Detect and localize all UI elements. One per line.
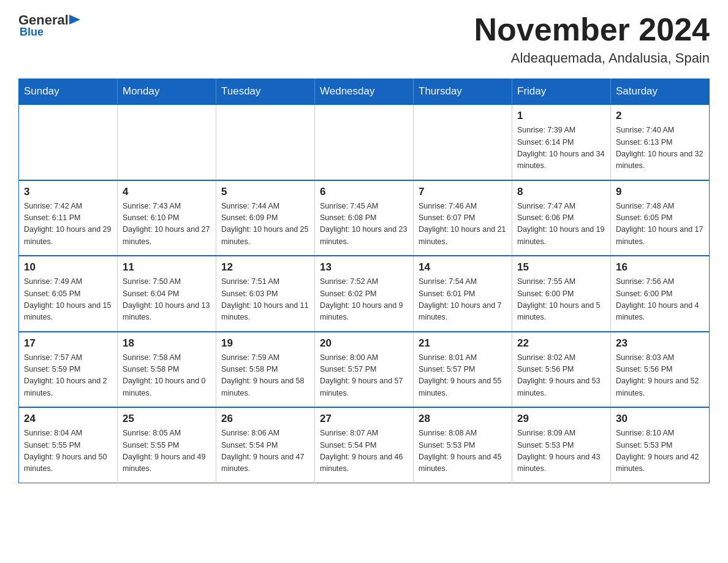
calendar-header-row: SundayMondayTuesdayWednesdayThursdayFrid… bbox=[19, 79, 710, 105]
calendar-cell: 26Sunrise: 8:06 AM Sunset: 5:54 PM Dayli… bbox=[216, 407, 315, 483]
day-info: Sunrise: 8:02 AM Sunset: 5:56 PM Dayligh… bbox=[517, 352, 605, 400]
day-number: 3 bbox=[24, 186, 112, 198]
day-number: 2 bbox=[616, 110, 704, 122]
day-header-sunday: Sunday bbox=[19, 79, 118, 105]
day-number: 27 bbox=[320, 413, 408, 425]
day-info: Sunrise: 8:04 AM Sunset: 5:55 PM Dayligh… bbox=[24, 427, 112, 475]
svg-marker-0 bbox=[69, 15, 80, 25]
day-info: Sunrise: 7:44 AM Sunset: 6:09 PM Dayligh… bbox=[221, 201, 309, 248]
calendar-cell: 30Sunrise: 8:10 AM Sunset: 5:53 PM Dayli… bbox=[611, 407, 710, 483]
location-title: Aldeaquemada, Andalusia, Spain bbox=[474, 50, 710, 66]
calendar-cell: 11Sunrise: 7:50 AM Sunset: 6:04 PM Dayli… bbox=[118, 256, 216, 332]
calendar-cell: 20Sunrise: 8:00 AM Sunset: 5:57 PM Dayli… bbox=[315, 332, 414, 408]
logo-triangle-icon bbox=[69, 15, 80, 26]
day-info: Sunrise: 8:08 AM Sunset: 5:53 PM Dayligh… bbox=[419, 427, 507, 475]
calendar-cell: 28Sunrise: 8:08 AM Sunset: 5:53 PM Dayli… bbox=[414, 407, 512, 483]
day-number: 6 bbox=[320, 186, 408, 198]
calendar-week-row: 17Sunrise: 7:57 AM Sunset: 5:59 PM Dayli… bbox=[19, 332, 710, 408]
day-number: 1 bbox=[517, 110, 605, 122]
calendar-cell bbox=[414, 104, 512, 180]
day-header-saturday: Saturday bbox=[611, 79, 710, 105]
calendar-cell: 15Sunrise: 7:55 AM Sunset: 6:00 PM Dayli… bbox=[512, 256, 611, 332]
calendar-cell bbox=[216, 104, 315, 180]
day-number: 9 bbox=[616, 186, 704, 198]
day-info: Sunrise: 7:50 AM Sunset: 6:04 PM Dayligh… bbox=[123, 276, 211, 324]
day-number: 26 bbox=[221, 413, 309, 425]
calendar-cell: 23Sunrise: 8:03 AM Sunset: 5:56 PM Dayli… bbox=[611, 332, 710, 408]
day-number: 12 bbox=[221, 261, 309, 274]
day-number: 22 bbox=[517, 337, 605, 350]
day-info: Sunrise: 8:03 AM Sunset: 5:56 PM Dayligh… bbox=[616, 352, 704, 400]
day-info: Sunrise: 7:55 AM Sunset: 6:00 PM Dayligh… bbox=[517, 276, 605, 324]
calendar-cell: 8Sunrise: 7:47 AM Sunset: 6:06 PM Daylig… bbox=[512, 180, 611, 256]
day-info: Sunrise: 7:40 AM Sunset: 6:13 PM Dayligh… bbox=[616, 124, 704, 172]
day-info: Sunrise: 8:09 AM Sunset: 5:53 PM Dayligh… bbox=[517, 427, 605, 475]
day-info: Sunrise: 8:06 AM Sunset: 5:54 PM Dayligh… bbox=[221, 427, 309, 475]
calendar-cell bbox=[315, 104, 414, 180]
day-info: Sunrise: 7:57 AM Sunset: 5:59 PM Dayligh… bbox=[24, 352, 112, 400]
day-header-wednesday: Wednesday bbox=[315, 79, 414, 105]
logo-blue-text: Blue bbox=[20, 26, 44, 39]
calendar-cell: 21Sunrise: 8:01 AM Sunset: 5:57 PM Dayli… bbox=[414, 332, 512, 408]
calendar-cell: 17Sunrise: 7:57 AM Sunset: 5:59 PM Dayli… bbox=[19, 332, 118, 408]
day-info: Sunrise: 7:42 AM Sunset: 6:11 PM Dayligh… bbox=[24, 201, 112, 248]
calendar-cell: 16Sunrise: 7:56 AM Sunset: 6:00 PM Dayli… bbox=[611, 256, 710, 332]
calendar-cell bbox=[118, 104, 216, 180]
day-header-thursday: Thursday bbox=[414, 79, 512, 105]
day-info: Sunrise: 7:56 AM Sunset: 6:00 PM Dayligh… bbox=[616, 276, 704, 324]
calendar-cell: 6Sunrise: 7:45 AM Sunset: 6:08 PM Daylig… bbox=[315, 180, 414, 256]
month-title: November 2024 bbox=[474, 12, 710, 47]
day-number: 18 bbox=[123, 337, 211, 350]
calendar-cell: 9Sunrise: 7:48 AM Sunset: 6:05 PM Daylig… bbox=[611, 180, 710, 256]
calendar-cell: 5Sunrise: 7:44 AM Sunset: 6:09 PM Daylig… bbox=[216, 180, 315, 256]
calendar-table: SundayMondayTuesdayWednesdayThursdayFrid… bbox=[18, 79, 710, 483]
day-number: 17 bbox=[24, 337, 112, 350]
calendar-week-row: 3Sunrise: 7:42 AM Sunset: 6:11 PM Daylig… bbox=[19, 180, 710, 256]
logo: General Blue bbox=[18, 12, 81, 39]
day-info: Sunrise: 7:59 AM Sunset: 5:58 PM Dayligh… bbox=[221, 352, 309, 400]
calendar-week-row: 10Sunrise: 7:49 AM Sunset: 6:05 PM Dayli… bbox=[19, 256, 710, 332]
day-header-monday: Monday bbox=[118, 79, 216, 105]
day-number: 13 bbox=[320, 261, 408, 274]
day-number: 14 bbox=[419, 261, 507, 274]
calendar-cell: 1Sunrise: 7:39 AM Sunset: 6:14 PM Daylig… bbox=[512, 104, 611, 180]
title-section: November 2024 Aldeaquemada, Andalusia, S… bbox=[474, 12, 710, 66]
calendar-cell: 24Sunrise: 8:04 AM Sunset: 5:55 PM Dayli… bbox=[19, 407, 118, 483]
day-info: Sunrise: 7:58 AM Sunset: 5:58 PM Dayligh… bbox=[123, 352, 211, 400]
day-number: 10 bbox=[24, 261, 112, 274]
calendar-cell: 4Sunrise: 7:43 AM Sunset: 6:10 PM Daylig… bbox=[118, 180, 216, 256]
day-info: Sunrise: 8:00 AM Sunset: 5:57 PM Dayligh… bbox=[320, 352, 408, 400]
calendar-cell: 14Sunrise: 7:54 AM Sunset: 6:01 PM Dayli… bbox=[414, 256, 512, 332]
day-number: 30 bbox=[616, 413, 704, 425]
page-header: General Blue November 2024 Aldeaquemada,… bbox=[18, 12, 710, 66]
day-info: Sunrise: 7:43 AM Sunset: 6:10 PM Dayligh… bbox=[123, 201, 211, 248]
day-number: 24 bbox=[24, 413, 112, 425]
day-number: 29 bbox=[517, 413, 605, 425]
day-header-tuesday: Tuesday bbox=[216, 79, 315, 105]
calendar-week-row: 1Sunrise: 7:39 AM Sunset: 6:14 PM Daylig… bbox=[19, 104, 710, 180]
day-number: 11 bbox=[123, 261, 211, 274]
day-number: 16 bbox=[616, 261, 704, 274]
calendar-cell: 19Sunrise: 7:59 AM Sunset: 5:58 PM Dayli… bbox=[216, 332, 315, 408]
day-number: 7 bbox=[419, 186, 507, 198]
day-number: 15 bbox=[517, 261, 605, 274]
calendar-cell: 2Sunrise: 7:40 AM Sunset: 6:13 PM Daylig… bbox=[611, 104, 710, 180]
day-number: 19 bbox=[221, 337, 309, 350]
day-number: 20 bbox=[320, 337, 408, 350]
day-info: Sunrise: 8:10 AM Sunset: 5:53 PM Dayligh… bbox=[616, 427, 704, 475]
day-info: Sunrise: 7:52 AM Sunset: 6:02 PM Dayligh… bbox=[320, 276, 408, 324]
calendar-cell: 12Sunrise: 7:51 AM Sunset: 6:03 PM Dayli… bbox=[216, 256, 315, 332]
day-info: Sunrise: 8:05 AM Sunset: 5:55 PM Dayligh… bbox=[123, 427, 211, 475]
calendar-week-row: 24Sunrise: 8:04 AM Sunset: 5:55 PM Dayli… bbox=[19, 407, 710, 483]
calendar-cell: 25Sunrise: 8:05 AM Sunset: 5:55 PM Dayli… bbox=[118, 407, 216, 483]
day-info: Sunrise: 7:49 AM Sunset: 6:05 PM Dayligh… bbox=[24, 276, 112, 324]
calendar-cell bbox=[19, 104, 118, 180]
day-info: Sunrise: 8:07 AM Sunset: 5:54 PM Dayligh… bbox=[320, 427, 408, 475]
day-info: Sunrise: 7:48 AM Sunset: 6:05 PM Dayligh… bbox=[616, 201, 704, 248]
calendar-cell: 3Sunrise: 7:42 AM Sunset: 6:11 PM Daylig… bbox=[19, 180, 118, 256]
day-info: Sunrise: 7:47 AM Sunset: 6:06 PM Dayligh… bbox=[517, 201, 605, 248]
day-header-friday: Friday bbox=[512, 79, 611, 105]
calendar-cell: 27Sunrise: 8:07 AM Sunset: 5:54 PM Dayli… bbox=[315, 407, 414, 483]
day-info: Sunrise: 7:39 AM Sunset: 6:14 PM Dayligh… bbox=[517, 124, 605, 172]
calendar-cell: 22Sunrise: 8:02 AM Sunset: 5:56 PM Dayli… bbox=[512, 332, 611, 408]
